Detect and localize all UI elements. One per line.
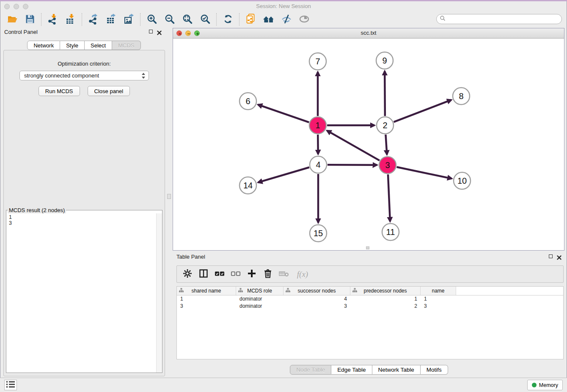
- close-panel-icon[interactable]: [557, 254, 561, 259]
- zoom-in-button[interactable]: [143, 13, 161, 26]
- node-4[interactable]: 4: [310, 156, 327, 173]
- cell[interactable]: dominator: [236, 303, 284, 310]
- control-panel-tabs: NetworkStyleSelectMCDS: [0, 41, 168, 50]
- cell[interactable]: 2: [350, 303, 421, 310]
- table-row[interactable]: 1dominator411: [177, 295, 563, 303]
- cell[interactable]: 4: [284, 295, 350, 303]
- column-label: successor nodes: [297, 288, 336, 294]
- node-2[interactable]: 2: [377, 117, 394, 134]
- edge-4-3[interactable]: [328, 165, 377, 165]
- delete-table-icon: [278, 268, 289, 280]
- clone-network-button[interactable]: [242, 13, 260, 26]
- edge-1-6[interactable]: [258, 105, 309, 122]
- column-header-successor-nodes[interactable]: successor nodes: [284, 287, 350, 295]
- result-scrollbar[interactable]: [156, 213, 162, 373]
- titlebar: Session: New Session: [0, 1, 567, 12]
- close-panel-icon[interactable]: [157, 29, 162, 34]
- tab-mcds[interactable]: MCDS: [112, 41, 140, 50]
- splitter-grip[interactable]: [167, 194, 171, 199]
- run-mcds-button[interactable]: Run MCDS: [39, 86, 80, 96]
- deselect-all-button[interactable]: [229, 268, 242, 281]
- edge-3-1[interactable]: [327, 130, 380, 160]
- import-table-icon: [65, 14, 76, 26]
- first-neighbors-button[interactable]: [219, 13, 237, 26]
- node-15[interactable]: 15: [310, 225, 327, 242]
- zoom-selected-button[interactable]: [196, 13, 214, 26]
- zoom-out-icon: [164, 14, 175, 26]
- toolbar-separator: [216, 13, 217, 26]
- task-history-button[interactable]: [4, 380, 17, 390]
- zoom-out-button[interactable]: [161, 13, 179, 26]
- edge-2-3[interactable]: [385, 135, 387, 155]
- node-7[interactable]: 7: [309, 53, 326, 70]
- eye-slash-icon: [281, 14, 292, 26]
- tab-select[interactable]: Select: [85, 41, 112, 50]
- memory-button[interactable]: Memory: [527, 380, 563, 390]
- edge-2-9[interactable]: [385, 71, 385, 116]
- column-header-name[interactable]: name: [421, 287, 456, 295]
- cell[interactable]: dominator: [236, 295, 284, 303]
- cell[interactable]: 3: [284, 303, 350, 310]
- search-input[interactable]: [446, 16, 561, 22]
- close-panel-button[interactable]: Close panel: [88, 86, 130, 96]
- tab-network[interactable]: Network: [27, 41, 60, 50]
- select-all-button[interactable]: [213, 268, 226, 281]
- node-9[interactable]: 9: [376, 52, 393, 69]
- node-3[interactable]: 3: [379, 157, 396, 174]
- export-table-button[interactable]: [102, 13, 120, 26]
- network-window-titlebar[interactable]: scc.txt: [173, 28, 564, 39]
- table-options-button[interactable]: [181, 268, 194, 281]
- tab-node-table[interactable]: Node Table: [290, 365, 331, 375]
- tab-network-table[interactable]: Network Table: [372, 365, 421, 375]
- cell[interactable]: 1: [421, 295, 456, 303]
- edge-4-14[interactable]: [258, 167, 309, 182]
- edge-3-11[interactable]: [388, 174, 390, 221]
- column-header-predecessor-nodes[interactable]: predecessor nodes: [350, 287, 421, 295]
- add-column-button[interactable]: [245, 268, 258, 281]
- float-panel-icon[interactable]: [549, 254, 553, 258]
- edge-3-10[interactable]: [397, 167, 452, 179]
- cell[interactable]: 1: [177, 295, 236, 303]
- show-graphics-details-button[interactable]: [295, 13, 313, 26]
- import-table-button[interactable]: [62, 13, 80, 26]
- zoom-in-icon: [146, 14, 157, 26]
- table-row[interactable]: 3dominator323: [177, 303, 563, 310]
- delete-column-button[interactable]: [261, 268, 274, 281]
- open-session-button[interactable]: [3, 13, 21, 26]
- svg-text:15: 15: [314, 229, 323, 238]
- cell[interactable]: 3: [421, 303, 456, 310]
- column-header-shared-name[interactable]: shared name: [177, 287, 236, 295]
- show-all-networks-button[interactable]: [260, 13, 278, 26]
- node-14[interactable]: 14: [239, 177, 256, 194]
- network-canvas[interactable]: 7968124314101511: [173, 38, 564, 250]
- tab-motifs[interactable]: Motifs: [421, 365, 448, 375]
- search-field[interactable]: [436, 14, 562, 24]
- show-columns-button[interactable]: [197, 268, 210, 281]
- cell[interactable]: 1: [350, 295, 421, 303]
- mcds-panel: Optimization criterion: strongly connect…: [3, 50, 165, 376]
- cell[interactable]: 3: [177, 303, 236, 310]
- node-8[interactable]: 8: [453, 88, 470, 105]
- import-network-button[interactable]: [44, 13, 62, 26]
- edge-2-8[interactable]: [394, 100, 451, 122]
- export-image-button[interactable]: [120, 13, 138, 26]
- export-network-button[interactable]: [85, 13, 102, 26]
- column-header-MCDS-role[interactable]: MCDS role: [236, 287, 284, 295]
- tab-style[interactable]: Style: [60, 41, 85, 50]
- float-panel-icon[interactable]: [149, 30, 153, 33]
- node-1[interactable]: 1: [309, 117, 326, 134]
- function-builder-button[interactable]: f(x): [293, 268, 312, 281]
- delete-table-button[interactable]: [277, 268, 290, 281]
- save-session-button[interactable]: [21, 13, 39, 26]
- node-10[interactable]: 10: [454, 172, 471, 189]
- optimization-criterion-select[interactable]: strongly connected component: [19, 71, 149, 80]
- node-6[interactable]: 6: [239, 93, 256, 110]
- zoom-fit-button[interactable]: [179, 13, 196, 26]
- fx-icon: f(x): [297, 270, 308, 279]
- toolbar-separator: [239, 13, 240, 26]
- hide-selected-button[interactable]: [278, 13, 295, 26]
- tab-edge-table[interactable]: Edge Table: [331, 365, 372, 375]
- node-11[interactable]: 11: [382, 224, 399, 240]
- network-scroll-grip[interactable]: [366, 246, 369, 249]
- node-table[interactable]: shared nameMCDS rolesuccessor nodesprede…: [176, 286, 564, 359]
